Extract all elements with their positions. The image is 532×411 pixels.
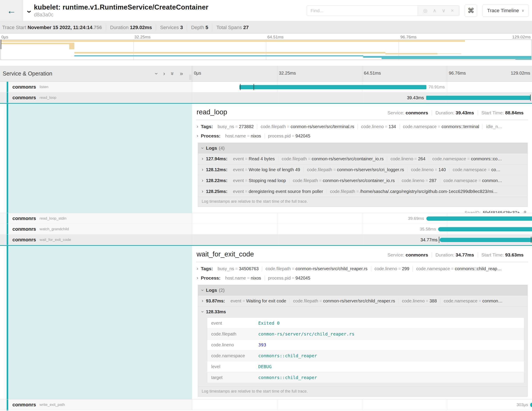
span-bar[interactable] (426, 216, 532, 221)
process-row[interactable]: › Process: host.name=nixosprocess.pid=94… (196, 275, 528, 281)
copy-link-icon[interactable] (522, 210, 527, 213)
span-color-bar (7, 400, 8, 410)
span-service: conmonrs (12, 226, 36, 232)
log-note: Log timestamps are relative to the start… (198, 197, 527, 206)
log-entry[interactable]: › 128.25ms: event=deregistering event so… (198, 186, 527, 197)
back-arrow-icon: ← (7, 5, 16, 16)
span-bar[interactable] (239, 85, 426, 89)
chevron-right-icon: › (197, 266, 198, 272)
span-row-watch-grandchild[interactable]: conmonrs watch_grandchild 35.58ms (0, 224, 532, 235)
span-color-bar (7, 92, 8, 103)
detail-span-title: read_loop (197, 108, 227, 116)
detail-indent-column (0, 104, 192, 213)
process-row[interactable]: › Process: host.name=nixosprocess.pid=94… (196, 133, 528, 139)
timeline-header: 0μs 32.25ms 64.51ms 96.76ms 129.02ms (192, 66, 532, 81)
key-value-pair: code.namespace=conmonrs::terminal (399, 124, 483, 129)
log-marker-tick (530, 95, 531, 101)
key-value-pair: code.namespace=co… (449, 167, 504, 172)
key-value-pair: code.lineno=134 (358, 124, 399, 129)
span-bar[interactable] (426, 96, 530, 100)
services-stat: Services 3 (156, 25, 187, 30)
minimap-gridline (266, 40, 266, 60)
span-operation: read_loop (39, 96, 56, 100)
tags-row[interactable]: › Tags: busy_ns=273882code.filepath=conm… (196, 124, 528, 129)
trace-title: kubelet: runtime.v1.RuntimeService/Creat… (34, 3, 209, 11)
key-value-pair: code.namespace=conmon… (440, 298, 506, 303)
minimap-span-bar (69, 43, 75, 49)
trace-minimap[interactable] (0, 39, 532, 60)
key-value-pair: event=Read 4 bytes (230, 156, 278, 161)
collapse-header-chevron-icon[interactable]: › (25, 10, 34, 13)
minimap-span-bar (1, 43, 72, 44)
column-resize-grip[interactable] (190, 75, 191, 80)
span-bar[interactable] (530, 403, 532, 407)
span-duration-label: 34.77ms (420, 235, 440, 245)
span-row-wait-for-exit-code[interactable]: conmonrs wait_for_exit_code 34.77ms (0, 235, 532, 245)
next-result-icon[interactable]: ∨ (442, 8, 446, 14)
log-entry[interactable]: › 93.87ms: event=Waiting for exit codeco… (198, 295, 527, 306)
key-value-pair: event=Wrote log line of length 49 (230, 167, 304, 172)
span-id-row: SpanID: 5faf48165428c37a (196, 207, 528, 213)
key-value-pair: code.filepath=conmon-rs/server/src/conta… (278, 156, 387, 161)
span-color-bar (7, 104, 8, 213)
match-target-icon[interactable]: ◎ (423, 8, 427, 14)
span-id-row: SpanID: 4a947cfd1ce59537 (196, 397, 528, 400)
log-entry-expanded[interactable]: › 128.33ms (198, 306, 527, 317)
log-marker-tick (531, 237, 531, 243)
span-duration-label: 70.91ms (426, 82, 445, 92)
key-value-pair: code.namespace=conmon… (440, 178, 506, 183)
collapse-one-level-icon[interactable]: › (163, 70, 165, 77)
chevron-right-icon: › (197, 133, 198, 139)
service-operation-header: Service & Operation (3, 70, 52, 77)
trace-stats-bar: Trace Start November 15 2022, 11:24:14.7… (0, 21, 532, 34)
key-value-pair: busy_ns=34506763 (214, 266, 262, 271)
span-service: conmonrs (12, 215, 36, 221)
prev-result-icon[interactable]: ∧ (433, 8, 436, 14)
key-value-pair: code.filepath=conmon-rs/server/src/termi… (257, 124, 358, 129)
chevron-right-icon: › (202, 167, 203, 173)
trace-view-dropdown[interactable]: Trace Timeline ∨ (483, 5, 529, 17)
collapse-all-icon[interactable]: » (180, 70, 183, 77)
key-value-pair: process.pid=942045 (265, 133, 314, 138)
logs-header[interactable]: › Logs (4) (198, 143, 527, 153)
chevron-right-icon: › (202, 156, 203, 162)
expand-one-level-icon[interactable]: › (153, 73, 160, 75)
minimap-span-bar (74, 52, 385, 54)
minimap-drag-handle[interactable] (1, 40, 1, 49)
span-operation: read_loop_stdin (39, 216, 66, 221)
key-value-pair: event=Waiting for exit code (227, 298, 290, 303)
log-entry[interactable]: › 128.12ms: event=Wrote log line of leng… (198, 164, 527, 175)
minimap-span-bar (515, 59, 531, 60)
log-entry[interactable]: › 127.94ms: event=Read 4 bytescode.filep… (198, 153, 527, 164)
span-operation: wait_for_exit_code (39, 238, 71, 242)
span-row-write-exit-path[interactable]: conmonrs write_exit_path 303μs (0, 400, 532, 410)
key-value-pair: code.filepath=/home/sascha/.cargo/regist… (326, 189, 501, 194)
log-field-row: target conmonrs::child_reaper (207, 372, 524, 383)
span-row-read-loop[interactable]: conmonrs read_loop 39.43ms (0, 92, 532, 103)
clear-search-icon[interactable]: × (451, 8, 454, 14)
chevron-right-icon: › (197, 275, 198, 281)
tags-row[interactable]: › Tags: busy_ns=34506763code.filepath=co… (196, 266, 528, 272)
span-duration-label: 39.43ms (407, 92, 426, 103)
keyboard-shortcuts-button[interactable]: ⌘ (465, 5, 477, 17)
detail-span-title: wait_for_exit_code (197, 250, 254, 258)
find-input[interactable] (307, 6, 418, 16)
expand-all-icon[interactable]: » (169, 72, 176, 75)
span-color-bar (7, 246, 8, 399)
key-value-pair: code.lineno=388 (399, 298, 440, 303)
span-row-listen[interactable]: conmonrs listen 70.91ms (0, 82, 532, 92)
key-value-pair: event=deregistering event source from po… (230, 189, 326, 194)
logs-header[interactable]: › Logs (2) (198, 285, 527, 295)
span-duration-label: 35.58ms (420, 224, 438, 235)
total-spans-stat: Total Spans 27 (212, 25, 253, 30)
span-operation: listen (39, 85, 48, 89)
span-bar[interactable] (438, 227, 532, 231)
back-button[interactable]: ← (0, 0, 23, 21)
next-row-peek (0, 410, 532, 411)
span-bar[interactable] (440, 238, 532, 242)
minimap-span-bar (1, 40, 465, 42)
top-bar: ← › kubelet: runtime.v1.RuntimeService/C… (0, 0, 532, 21)
log-entry[interactable]: › 128.22ms: event=Stopping read loopcode… (198, 175, 527, 186)
span-row-read-loop-stdin[interactable]: conmonrs read_loop_stdin 39.69ms (0, 213, 532, 224)
log-field-row: event Exited 0 (207, 318, 524, 328)
